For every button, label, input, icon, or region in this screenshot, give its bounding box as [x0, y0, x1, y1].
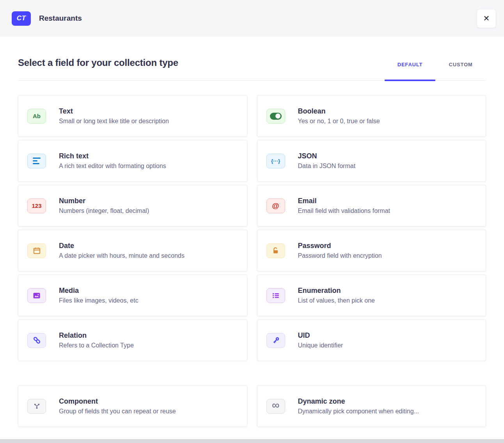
uid-icon: [266, 333, 285, 348]
field-card-description: Small or long text like title or descrip…: [59, 118, 169, 125]
dynamic-zone-icon: ∞: [266, 399, 285, 414]
close-icon: ✕: [483, 14, 490, 23]
boolean-field-card[interactable]: Boolean Yes or no, 1 or 0, true or false: [257, 95, 486, 137]
field-card-title: Password: [298, 242, 382, 250]
email-icon: @: [266, 198, 285, 213]
content-type-title: Restaurants: [39, 14, 82, 23]
text-field-card[interactable]: Ab Text Small or long text like title or…: [18, 95, 247, 137]
field-card-text: Rich text A rich text editor with format…: [59, 152, 166, 170]
enumeration-field-card[interactable]: Enumeration List of values, then pick on…: [257, 275, 486, 316]
field-card-description: Files like images, videos, etc: [59, 297, 138, 304]
zone-cards-grid: Component Group of fields tht you can re…: [18, 385, 486, 427]
field-card-text: Enumeration List of values, then pick on…: [298, 287, 375, 304]
password-icon: [266, 243, 285, 258]
field-card-text: UID Unique identifier: [298, 331, 343, 349]
field-card-title: Rich text: [59, 152, 166, 160]
enumeration-icon: [266, 288, 285, 303]
number-field-card[interactable]: 123 Number Numbers (integer, float, deci…: [18, 185, 247, 227]
field-card-description: Yes or no, 1 or 0, true or false: [298, 118, 380, 125]
boolean-toggle-icon: [266, 109, 285, 124]
field-card-description: Numbers (integer, float, decimal): [59, 207, 149, 214]
dynamic-zone-field-card[interactable]: ∞ Dynamic zone Dynamically pick componen…: [257, 385, 486, 427]
title-row: Select a field for your collection type …: [18, 57, 486, 81]
field-card-text: Text Small or long text like title or de…: [59, 107, 169, 125]
field-card-title: Component: [59, 397, 176, 406]
field-card-description: List of values, then pick one: [298, 297, 375, 304]
close-button[interactable]: ✕: [477, 9, 496, 28]
modal-body: Select a field for your collection type …: [0, 57, 504, 427]
field-card-text: Dynamic zone Dynamically pick component …: [298, 397, 419, 415]
field-card-description: Data in JSON format: [298, 163, 356, 170]
modal-header: CT Restaurants ✕: [0, 0, 504, 37]
relation-field-card[interactable]: Relation Refers to a Collection Type: [18, 319, 247, 361]
uid-field-card[interactable]: UID Unique identifier: [257, 319, 486, 361]
content-type-badge: CT: [12, 11, 31, 26]
field-card-description: A rich text editor with formating option…: [59, 163, 166, 170]
field-card-title: JSON: [298, 152, 356, 160]
page-title: Select a field for your collection type: [18, 57, 178, 80]
field-card-description: A date picker with hours, minute and sec…: [59, 252, 185, 259]
json-field-card[interactable]: {···} JSON Data in JSON format: [257, 140, 486, 182]
text-icon: Ab: [27, 109, 46, 124]
tab-bar: DEFAULT CUSTOM: [385, 58, 486, 80]
field-card-text: Date A date picker with hours, minute an…: [59, 242, 185, 259]
field-card-text: Boolean Yes or no, 1 or 0, true or false: [298, 107, 380, 125]
field-card-description: Dynamically pick component when editing.…: [298, 408, 419, 415]
field-card-title: UID: [298, 331, 343, 340]
richtext-icon: [27, 154, 46, 168]
number-icon: 123: [27, 198, 46, 213]
field-card-text: Component Group of fields tht you can re…: [59, 397, 176, 415]
rich-text-field-card[interactable]: Rich text A rich text editor with format…: [18, 140, 247, 182]
component-field-card[interactable]: Component Group of fields tht you can re…: [18, 385, 247, 427]
field-card-description: Refers to a Collection Type: [59, 342, 134, 349]
field-card-title: Date: [59, 242, 185, 250]
email-field-card[interactable]: @ Email Email field with validations for…: [257, 185, 486, 227]
footer-bar: [0, 439, 504, 443]
tab-custom[interactable]: CUSTOM: [435, 58, 486, 80]
tab-default[interactable]: DEFAULT: [385, 58, 435, 80]
field-card-description: Group of fields tht you can repeat or re…: [59, 408, 176, 415]
field-card-text: Number Numbers (integer, float, decimal): [59, 197, 149, 214]
date-field-card[interactable]: Date A date picker with hours, minute an…: [18, 230, 247, 271]
field-card-title: Number: [59, 197, 149, 205]
field-card-text: Email Email field with validations forma…: [298, 197, 390, 214]
field-card-text: JSON Data in JSON format: [298, 152, 356, 170]
field-card-description: Email field with validations format: [298, 207, 390, 214]
date-icon: [27, 243, 46, 258]
component-icon: [27, 399, 46, 414]
field-card-text: Password Password field with encryption: [298, 242, 382, 259]
field-card-text: Relation Refers to a Collection Type: [59, 331, 134, 349]
media-icon: [27, 288, 46, 303]
field-card-description: Password field with encryption: [298, 252, 382, 259]
field-card-text: Media Files like images, videos, etc: [59, 287, 138, 304]
field-card-title: Text: [59, 107, 169, 115]
field-card-title: Boolean: [298, 107, 380, 115]
password-field-card[interactable]: Password Password field with encryption: [257, 230, 486, 271]
field-card-title: Relation: [59, 331, 134, 340]
json-icon: {···}: [266, 154, 285, 168]
field-card-title: Email: [298, 197, 390, 205]
media-field-card[interactable]: Media Files like images, videos, etc: [18, 275, 247, 316]
field-card-description: Unique identifier: [298, 342, 343, 349]
field-card-title: Dynamic zone: [298, 397, 419, 406]
field-card-title: Enumeration: [298, 287, 375, 295]
relation-icon: [27, 333, 46, 348]
field-card-title: Media: [59, 287, 138, 295]
field-cards-grid: Ab Text Small or long text like title or…: [18, 95, 486, 361]
